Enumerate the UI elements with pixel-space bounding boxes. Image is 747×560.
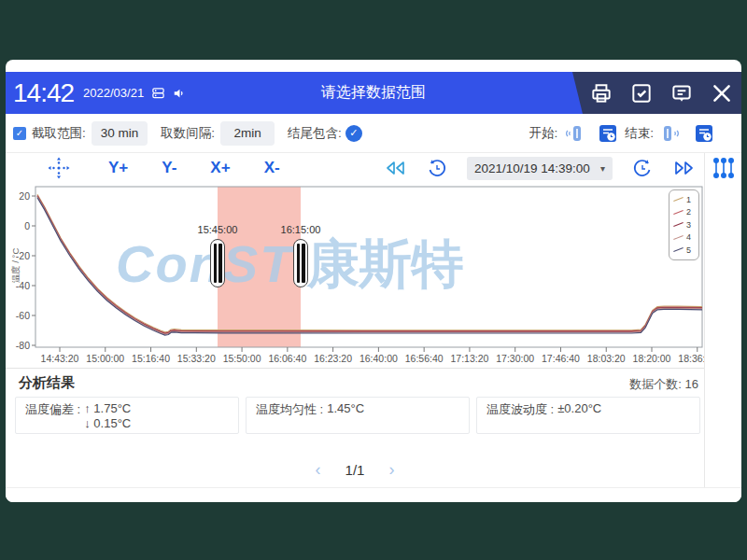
- uniformity-value: 1.45°C: [327, 401, 364, 429]
- storage-icon: [151, 86, 165, 100]
- start-label: 开始:: [529, 125, 557, 142]
- check-square-icon[interactable]: [629, 81, 654, 105]
- x-tick-label: 17:13:20: [450, 353, 488, 364]
- legend-item[interactable]: 3: [673, 218, 695, 231]
- include-end-toggle[interactable]: ✓: [345, 125, 362, 142]
- legend-label: 5: [686, 245, 691, 255]
- curve-select-icon[interactable]: [712, 156, 736, 184]
- start-cursor-icon[interactable]: [564, 123, 585, 144]
- caret-down-icon: ▾: [600, 163, 605, 174]
- prev-page-button[interactable]: ‹: [316, 460, 321, 480]
- legend-swatch: [673, 235, 684, 240]
- fluctuation-box: 温度波动度 : ±0.20°C: [476, 397, 700, 434]
- y-axis-label: 温度 / °C: [10, 233, 22, 299]
- end-time-icon[interactable]: [694, 123, 714, 144]
- chart-plot: 14:43:2015:00:0015:16:4015:33:2015:50:00…: [6, 183, 704, 368]
- zoom-x-plus-button[interactable]: X+: [210, 159, 230, 177]
- datetime-value: 2021/10/19 14:39:00: [474, 161, 590, 175]
- footer-strip: [6, 487, 741, 502]
- legend-swatch: [673, 210, 684, 215]
- legend-label: 3: [686, 220, 691, 230]
- deviation-up-value: ↑ 1.75°C: [84, 401, 131, 416]
- capture-range-checkbox[interactable]: ✓: [13, 127, 26, 140]
- legend-item[interactable]: 1: [673, 193, 695, 206]
- end-cursor-icon[interactable]: [660, 123, 681, 144]
- capture-range-label: 截取范围:: [32, 125, 86, 142]
- x-tick-label: 16:23:20: [314, 353, 352, 364]
- speaker-icon: [173, 87, 186, 100]
- export-icon[interactable]: [589, 81, 613, 105]
- x-tick-label: 16:06:40: [268, 353, 306, 364]
- zoom-x-minus-button[interactable]: X-: [264, 159, 280, 177]
- data-count: 数据个数: 16: [629, 376, 698, 393]
- legend-swatch: [673, 197, 684, 202]
- chart-toolbar: Y+ Y- X+ X- 2021/10/19 14:39:00 ▾: [6, 153, 704, 183]
- data-count-label: 数据个数:: [629, 377, 682, 391]
- legend-item[interactable]: 4: [673, 231, 695, 245]
- dialog-window: 请选择数据范围 14:42 2022/03/21: [6, 60, 741, 502]
- legend-label: 2: [686, 207, 691, 217]
- x-tick-label: 15:00:00: [86, 353, 124, 364]
- x-tick-label: 17:46:40: [542, 353, 580, 364]
- capture-range-value[interactable]: 30 min: [92, 121, 148, 146]
- pan-icon[interactable]: [47, 156, 71, 180]
- deviation-label: 温度偏差 :: [25, 401, 80, 429]
- y-tick-label: 0: [24, 220, 30, 231]
- fluctuation-label: 温度波动度 :: [486, 401, 554, 429]
- series-line-1: [37, 194, 702, 332]
- y-tick-label: -60: [16, 310, 30, 321]
- x-tick-label: 14:43:20: [41, 353, 79, 364]
- series-line-3: [37, 196, 702, 334]
- analysis-section: 分析结果 数据个数: 16 温度偏差 : ↑ 1.75°C ↓ 0.15°C 温…: [6, 368, 704, 487]
- deviation-down-value: ↓ 0.15°C: [84, 416, 131, 431]
- selection-start-handle[interactable]: [210, 239, 225, 287]
- zoom-y-plus-button[interactable]: Y+: [108, 159, 128, 177]
- legend-item[interactable]: 5: [673, 244, 695, 257]
- series-line-4: [37, 197, 702, 335]
- series-line-2: [37, 195, 702, 333]
- redo-clock-icon[interactable]: [631, 157, 654, 179]
- data-count-value: 16: [685, 377, 698, 391]
- titlebar: 请选择数据范围 14:42 2022/03/21: [6, 72, 741, 114]
- x-tick-label: 15:16:40: [132, 353, 170, 364]
- x-tick-label: 18:20:00: [633, 353, 671, 364]
- chart-legend: 12345: [669, 189, 699, 260]
- chart-area: ConST康斯特 14:43:2015:00:0015:16:4015:33:2…: [6, 183, 704, 368]
- x-tick-label: 18:03:20: [587, 353, 626, 364]
- x-tick-label: 17:30:00: [496, 353, 534, 364]
- undo-clock-icon[interactable]: [426, 157, 448, 179]
- include-end-label: 结尾包含:: [288, 125, 342, 142]
- analysis-heading: 分析结果: [19, 374, 75, 392]
- sample-interval-value[interactable]: 2min: [220, 121, 275, 146]
- rewind-icon[interactable]: [385, 159, 407, 177]
- next-page-button[interactable]: ›: [388, 460, 394, 480]
- close-icon[interactable]: [710, 81, 734, 105]
- pagination: ‹ 1/1 ›: [6, 460, 704, 480]
- filter-bar: ✓ 截取范围: 30 min 取数间隔: 2min 结尾包含: ✓ 开始: 结束…: [6, 114, 741, 153]
- x-tick-label: 16:56:40: [405, 353, 444, 364]
- legend-label: 4: [686, 232, 691, 242]
- x-tick-label: 18:36:40: [678, 353, 704, 364]
- x-tick-label: 15:50:00: [223, 353, 261, 364]
- selection-end-time-label: 16:15:00: [268, 224, 333, 235]
- legend-swatch: [673, 247, 684, 252]
- start-time-icon[interactable]: [598, 123, 618, 144]
- legend-item[interactable]: 2: [673, 206, 695, 219]
- selection-start-time-label: 15:45:00: [185, 224, 250, 235]
- x-tick-label: 15:33:20: [177, 353, 216, 364]
- fluctuation-value: ±0.20°C: [557, 401, 601, 429]
- x-tick-label: 16:40:00: [359, 353, 398, 364]
- selection-end-handle[interactable]: [293, 239, 308, 287]
- end-label: 结束:: [625, 125, 654, 142]
- sample-interval-label: 取数间隔:: [161, 125, 215, 142]
- right-column: [704, 153, 741, 487]
- message-icon[interactable]: [669, 81, 694, 105]
- legend-label: 1: [686, 195, 691, 204]
- datetime-dropdown[interactable]: 2021/10/19 14:39:00 ▾: [467, 157, 613, 180]
- uniformity-label: 温度均匀性 :: [256, 401, 323, 429]
- legend-swatch: [673, 222, 684, 227]
- fast-forward-icon[interactable]: [672, 159, 695, 177]
- y-tick-label: 20: [19, 190, 30, 202]
- series-line-5: [37, 198, 702, 336]
- zoom-y-minus-button[interactable]: Y-: [162, 159, 176, 177]
